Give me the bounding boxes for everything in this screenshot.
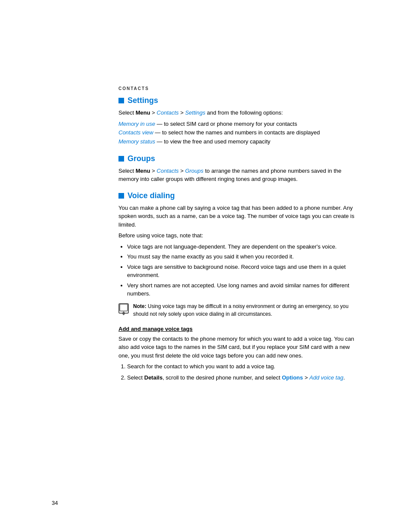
step2-mid: , scroll to the desired phone number, an… [162,374,282,381]
settings-intro-select: Select [118,109,136,116]
note-svg-icon [119,304,128,313]
settings-menu-link: Menu [136,109,150,116]
content-area: Contacts Settings Select Menu > Contacts… [0,0,411,424]
groups-select: Select [118,168,136,174]
settings-sep1: > [150,109,157,116]
note-icon [118,303,129,314]
memory-status-text: — to view the free and used memory capac… [155,138,270,145]
settings-settings-link: Settings [185,109,206,116]
groups-sep1: > [150,168,157,174]
bullet-item-1: Voice tags are not language-dependent. T… [127,243,359,251]
step-2: Select Details, scroll to the desired ph… [127,373,359,382]
add-manage-para1: Save or copy the contacts to the phone m… [118,335,359,360]
option-contacts-view: Contacts view — to select how the names … [118,128,359,137]
add-manage-subheading: Add and manage voice tags [118,326,359,332]
page-container: Contacts Settings Select Menu > Contacts… [0,0,411,532]
groups-contacts-link: Contacts [157,168,179,174]
voice-dialing-bullets: Voice tags are not language-dependent. T… [127,243,359,298]
voice-dialing-heading: Voice dialing [118,191,359,200]
note-body: Using voice tags may be difficult in a n… [133,303,349,317]
groups-sep2: > [179,168,185,174]
note-icon-inner [118,303,129,314]
settings-sep2: > [179,109,185,116]
memory-in-use-link: Memory in use [118,121,155,127]
bullet-item-2: You must say the name exactly as you sai… [127,252,359,261]
add-manage-section: Add and manage voice tags Save or copy t… [118,326,359,382]
svg-marker-1 [122,311,125,313]
add-manage-steps: Search for the contact to which you want… [127,362,359,382]
note-label: Note: [133,303,146,309]
svg-rect-0 [120,304,128,311]
settings-section: Settings Select Menu > Contacts > Settin… [118,96,359,146]
step2-end: . [343,374,345,381]
step-1: Search for the contact to which you want… [127,362,359,371]
option-memory-in-use: Memory in use — to select SIM card or ph… [118,120,359,129]
step2-options: Options [282,374,303,381]
step2-pre: Select [127,374,144,381]
groups-body: Select Menu > Contacts > Groups to arran… [118,167,359,184]
step2-add-tag: Add voice tag [309,374,343,381]
groups-title: Groups [128,154,155,163]
settings-title: Settings [128,96,158,105]
contacts-view-link: Contacts view [118,129,153,136]
step2-sep: > [303,374,309,381]
page-number: 34 [52,500,58,506]
settings-options: Memory in use — to select SIM card or ph… [118,120,359,146]
voice-dialing-title: Voice dialing [128,191,175,200]
groups-groups-link: Groups [185,168,204,174]
note-text-content: Note: Using voice tags may be difficult … [133,302,359,318]
section-label: Contacts [118,86,359,91]
settings-heading: Settings [118,96,359,105]
memory-in-use-text: — to select SIM card or phone memory for… [155,121,297,127]
settings-intro: Select Menu > Contacts > Settings and fr… [118,109,359,117]
voice-dialing-section: Voice dialing You can make a phone call … [118,191,359,318]
groups-menu-link: Menu [136,168,150,174]
settings-blue-square [118,98,124,103]
note-box: Note: Using voice tags may be difficult … [118,302,359,318]
settings-contacts-link: Contacts [157,109,179,116]
voice-dialing-para1: You can make a phone call by saying a vo… [118,204,359,229]
groups-blue-square [118,156,124,162]
settings-intro-rest: and from the following options: [206,109,283,116]
contacts-view-text: — to select how the names and numbers in… [153,129,320,136]
voice-dialing-blue-square [118,193,124,199]
bullet-item-3: Voice tags are sensitive to background n… [127,263,359,280]
groups-heading: Groups [118,154,359,163]
step2-details: Details [144,374,163,381]
groups-section: Groups Select Menu > Contacts > Groups t… [118,154,359,184]
option-memory-status: Memory status — to view the free and use… [118,137,359,146]
memory-status-link: Memory status [118,138,155,145]
bullet-item-4: Very short names are not accepted. Use l… [127,281,359,298]
voice-dialing-para2: Before using voice tags, note that: [118,231,359,240]
